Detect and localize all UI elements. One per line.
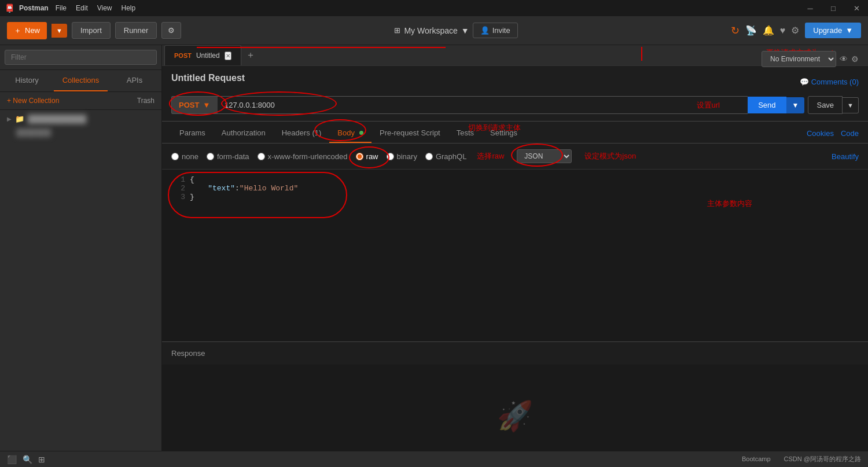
format-selector[interactable]: JSON Text JavaScript HTML XML <box>517 149 572 163</box>
cookies-button[interactable]: Cookies <box>807 129 834 138</box>
bootcamp-label[interactable]: Bootcamp <box>742 455 771 462</box>
beautify-button[interactable]: Beautify <box>832 152 859 161</box>
option-raw[interactable]: raw <box>356 152 378 161</box>
sidebar-search-area <box>0 45 161 70</box>
menu-bar: File Edit View Help <box>56 4 136 12</box>
tab-authorization[interactable]: Authorization <box>214 124 274 143</box>
option-graphql[interactable]: GraphQL <box>425 152 466 161</box>
request-tab[interactable]: POST Untitled ✕ <box>164 45 241 65</box>
menu-view[interactable]: View <box>97 4 112 12</box>
sync-icon[interactable]: ↻ <box>731 24 740 37</box>
tab-right-actions: Cookies Code <box>807 124 859 143</box>
request-title: Untitled Request <box>171 73 245 83</box>
sidebar-tab-history[interactable]: History <box>0 70 54 91</box>
tab-tests[interactable]: Tests <box>448 124 482 143</box>
code-button[interactable]: Code <box>841 129 859 138</box>
heart-icon[interactable]: ♥ <box>780 25 786 36</box>
sidebar-tabs: History Collections APIs <box>0 70 161 92</box>
tab-settings[interactable]: Settings <box>482 124 525 143</box>
code-line-1: 1 { <box>174 175 859 184</box>
set-json-annotation: 设定模式为json <box>584 151 636 161</box>
tab-method-label: POST <box>174 52 192 59</box>
new-collection-button[interactable]: + New Collection <box>7 97 59 105</box>
comment-icon: 💬 <box>800 78 809 86</box>
sidebar-tab-collections[interactable]: Collections <box>54 70 108 91</box>
body-options: none form-data x-www-form-urlencoded raw… <box>162 144 868 170</box>
tab-params[interactable]: Params <box>171 124 214 143</box>
grid-icon: ⊞ <box>394 26 400 35</box>
option-none[interactable]: none <box>171 152 198 161</box>
editor-spacer <box>162 239 868 341</box>
app-title: Postman <box>19 4 49 12</box>
person-icon: 👤 <box>480 26 490 35</box>
tab-close-button[interactable]: ✕ <box>225 52 231 60</box>
eye-icon[interactable]: 👁 <box>840 54 848 64</box>
post-tab-annotation <box>197 47 446 48</box>
settings-gear-icon[interactable]: ⚙ <box>791 25 799 36</box>
bottom-bar: ⬛ 🔍 ⊞ Bootcamp CSDN @阿汤哥的程序之路 <box>0 451 868 467</box>
close-button[interactable]: ✕ <box>845 0 868 16</box>
post-method-circle <box>169 91 227 116</box>
grid-view-icon[interactable]: ⊞ <box>38 455 45 464</box>
chevron-right-icon: ▶ <box>7 116 12 122</box>
option-urlencoded[interactable]: x-www-form-urlencoded <box>258 152 348 161</box>
tab-title: Untitled <box>196 52 220 60</box>
option-binary[interactable]: binary <box>387 152 417 161</box>
code-line-2: 2 "text":"Hello World" <box>174 184 859 193</box>
minimize-button[interactable]: ─ <box>799 0 822 16</box>
trash-label[interactable]: Trash <box>137 97 155 105</box>
send-button[interactable]: Send <box>748 97 786 113</box>
request-area: Untitled Request 💬 Comments (0) POST ▼ <box>162 66 868 122</box>
tab-body[interactable]: Body <box>329 124 372 143</box>
send-dropdown-button[interactable]: ▼ <box>786 97 805 113</box>
upgrade-button[interactable]: Upgrade ▼ <box>805 23 861 38</box>
import-button[interactable]: Import <box>72 22 111 39</box>
plus-icon: ＋ <box>14 25 21 36</box>
filter-input[interactable] <box>5 50 157 65</box>
body-params-annotation: 主体参数内容 <box>707 198 752 209</box>
tab-pre-request[interactable]: Pre-request Script <box>372 124 448 143</box>
req-tabs-container: Params Authorization Headers (1) Body Pr… <box>162 122 868 144</box>
response-label: Response <box>171 349 205 358</box>
no-env-area: No Environment 👁 ⚙ <box>762 51 859 67</box>
maximize-button[interactable]: □ <box>822 0 845 16</box>
main-layout: History Collections APIs + New Collectio… <box>0 45 868 467</box>
workspace-button[interactable]: ⊞ My Workspace ▼ <box>394 26 469 35</box>
response-area: Response <box>162 341 868 365</box>
code-editor[interactable]: 1 { 2 "text":"Hello World" 3 } <box>162 170 868 239</box>
collection-item[interactable]: ▶ 📁 ███████████ <box>0 110 161 128</box>
sidebar-tab-apis[interactable]: APIs <box>108 70 161 91</box>
collection-sub-item[interactable]: ███████ <box>0 128 161 137</box>
add-tab-button[interactable]: ＋ <box>241 45 260 65</box>
notification-bell-icon[interactable]: 🔔 <box>763 25 774 36</box>
menu-file[interactable]: File <box>56 4 67 12</box>
new-button[interactable]: ＋ New <box>7 22 47 39</box>
invite-button[interactable]: 👤 Invite <box>473 23 518 38</box>
interceptor-icon[interactable]: 📡 <box>745 25 757 36</box>
annotation-arrow-line <box>641 47 642 61</box>
runner-button[interactable]: Runner <box>115 22 157 39</box>
new-dropdown-button[interactable]: ▼ <box>52 24 67 38</box>
settings-button[interactable]: ⚙ <box>161 22 181 39</box>
chevron-down-icon: ▼ <box>461 26 469 35</box>
search-icon[interactable]: 🔍 <box>23 455 32 464</box>
csdn-label: CSDN @阿汤哥的程序之路 <box>784 455 861 462</box>
sidebar-actions: + New Collection Trash <box>0 92 161 110</box>
title-bar: 📮 Postman File Edit View Help ─ □ ✕ <box>0 0 868 16</box>
tab-headers[interactable]: Headers (1) <box>274 124 330 143</box>
save-dropdown-button[interactable]: ▼ <box>843 97 859 113</box>
save-button[interactable]: Save <box>808 96 843 114</box>
code-editor-container: 1 { 2 "text":"Hello World" 3 } 主体参数内容 <box>162 170 868 239</box>
menu-help[interactable]: Help <box>122 4 136 12</box>
settings-env-icon[interactable]: ⚙ <box>851 54 859 64</box>
comments-button[interactable]: 💬 Comments (0) <box>800 78 859 86</box>
url-bar-container: POST ▼ 设置url Send ▼ Save ▼ <box>171 96 859 114</box>
bottombar-right: Bootcamp CSDN @阿汤哥的程序之路 <box>742 455 861 464</box>
environment-selector[interactable]: No Environment <box>762 51 836 67</box>
console-icon[interactable]: ⬛ <box>7 455 17 464</box>
toolbar-center: ⊞ My Workspace ▼ 👤 Invite <box>186 23 726 38</box>
menu-edit[interactable]: Edit <box>76 4 88 12</box>
option-form-data[interactable]: form-data <box>207 152 249 161</box>
url-circle <box>221 91 337 116</box>
json-select-wrapper: JSON Text JavaScript HTML XML <box>517 149 572 163</box>
